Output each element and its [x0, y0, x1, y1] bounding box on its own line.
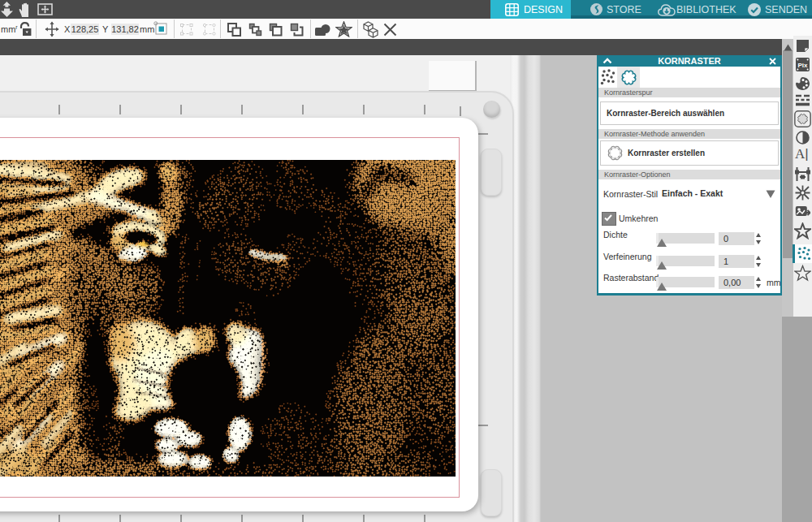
svg-text:Pix: Pix	[797, 62, 808, 69]
